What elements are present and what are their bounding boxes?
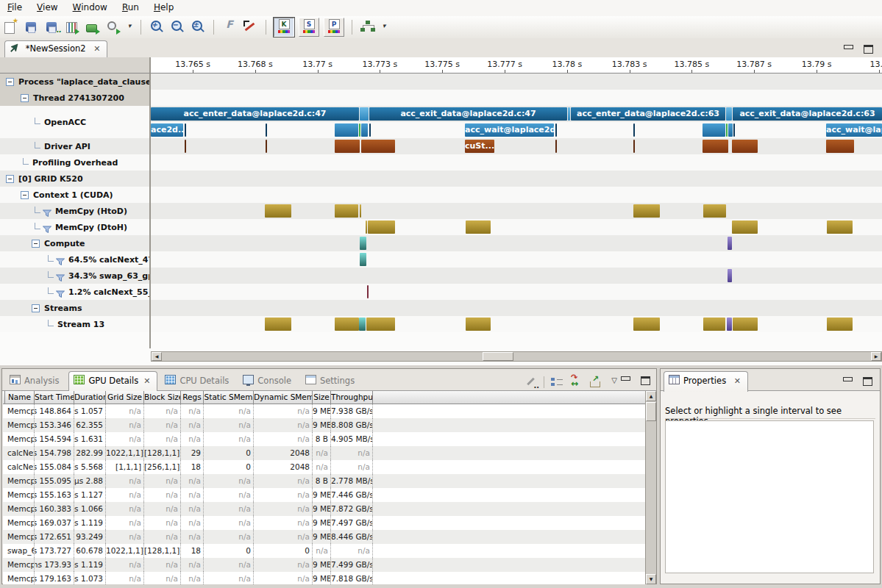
table-row[interactable]: Memcpy155.163 ms1.127 msn/an/an/an/an/a9… [3,488,646,502]
minimize-icon[interactable] [621,376,630,381]
stream-13-interval[interactable] [703,318,725,331]
table-row[interactable]: swap_63173.727 ms60.678 µs1022,1,1][128,… [3,544,646,558]
inspect-icon[interactable] [105,19,121,35]
openacc-enter-exit-interval[interactable]: acc_enter_data@laplace2d.c:63 [571,107,725,121]
column-header-block-size[interactable]: Block Size [144,391,181,404]
openacc-wait-interval[interactable] [359,123,360,137]
measure-ruler-icon[interactable]: F [221,19,238,35]
stream-13-interval[interactable] [366,318,395,331]
zoom-fit-icon[interactable]: ± [190,19,206,35]
caret-icon[interactable]: ▾ [380,19,388,35]
tree-row-0-grid-k520[interactable]: [0] GRID K520 [0,171,149,187]
memcpy-htod-interval[interactable] [335,204,358,218]
openacc-wait-interval[interactable] [703,123,725,137]
table-row[interactable]: Memcpy179.163 ms1.073 msn/an/an/an/an/a9… [3,572,646,584]
table-row[interactable]: Memcpy172.651 ms93.249 µsn/an/an/an/an/a… [3,530,646,544]
stream-13-interval[interactable] [733,318,758,331]
openacc-wait-interval[interactable]: acc_wait@lapl [826,123,882,137]
tab-console[interactable]: Console [238,372,298,390]
openacc-wait-interval[interactable] [728,123,733,137]
view-menu-icon[interactable]: ▽ [608,376,621,388]
kernel-calcnext-55-interval[interactable] [367,285,369,298]
column-header-start-time[interactable]: Start Time [35,391,74,404]
compute-interval[interactable] [728,237,732,250]
memcpy-htod-interval[interactable] [265,204,291,218]
scroll-down-icon[interactable]: ▼ [646,574,656,584]
kernel-calcnext-47-interval[interactable] [360,253,366,266]
kernel-swap-63-interval[interactable] [728,269,732,282]
table-row[interactable]: Memcpy155.095 ms2.88 µsn/an/an/an/an/a8 … [3,474,646,488]
stream-13-interval[interactable] [466,318,491,331]
tab-cpu-details[interactable]: CPU Details [160,372,235,390]
openacc-enter-exit-interval[interactable] [568,107,570,121]
caret-icon[interactable]: ▾ [126,19,133,35]
column-header-size[interactable]: Size [313,391,331,404]
vscroll-thumb[interactable] [646,402,656,421]
hscroll-thumb[interactable] [483,352,513,361]
tab-analysis[interactable]: Analysis [5,372,65,390]
table-row[interactable]: Memcpy173.93 ms1.119 msn/an/an/an/an/a9 … [3,558,646,572]
driver-api-interval[interactable] [361,140,395,153]
pencil-icon[interactable] [524,376,538,388]
memcpy-htod-interval[interactable] [633,204,660,218]
rename-icon[interactable] [85,19,101,35]
column-header-regs[interactable]: Regs [181,391,204,404]
stream-13-interval[interactable] [359,318,366,331]
column-header-throughput[interactable]: Throughput [331,391,373,404]
openacc-wait-interval[interactable] [335,123,358,137]
collapse-icon[interactable] [21,191,29,199]
openacc-enter-exit-interval[interactable] [726,107,732,121]
scroll-up-icon[interactable]: ▲ [646,391,656,401]
stream-13-interval[interactable] [335,318,359,331]
zoom-in-icon[interactable]: + [149,19,165,35]
reset-zoom-icon[interactable] [242,19,258,35]
save-all-icon[interactable]: … [43,19,60,35]
driver-api-interval[interactable] [555,140,557,153]
driver-api-interval[interactable] [732,140,758,153]
tree-row-64-5-calcnext-47[interactable]: 64.5% calcNext_47_... [0,251,149,268]
table-row[interactable]: Memcpy169.037 ms1.119 msn/an/an/an/an/a9… [3,516,646,530]
openacc-enter-exit-interval[interactable]: acc_exit_data@laplace2d.c:63 [733,107,882,121]
table-row[interactable]: Memcpy154.594 ms1.631 µsn/an/an/an/an/a8… [3,432,646,446]
openacc-enter-exit-interval[interactable]: acc_exit_data@laplace2d.c:47 [369,107,567,121]
compute-interval[interactable] [360,237,366,250]
table-row[interactable]: calcNext155.084 ms5.568 µs[1,1,1][256,1,… [3,460,646,474]
close-icon[interactable]: ✕ [734,376,741,386]
tree-row-driver-api[interactable]: Driver API [0,138,149,154]
collapse-icon[interactable] [21,94,29,102]
menu-file[interactable]: File [0,0,29,16]
save-icon[interactable] [23,19,39,35]
maximize-icon[interactable] [864,45,873,54]
process-colors-button[interactable]: P [324,18,344,37]
table-vscrollbar[interactable]: ▲ ▼ [645,391,656,584]
tree-row-memcpy-dtoh[interactable]: MemCpy (DtoH) [0,219,149,235]
column-header-static-smem[interactable]: Static SMem [204,391,254,404]
stream-13-interval[interactable] [265,318,291,331]
close-icon[interactable]: ✕ [93,44,100,54]
move-icon[interactable] [569,376,583,388]
openacc-wait-interval[interactable] [555,123,557,137]
analysis-view-icon[interactable] [360,19,376,35]
openacc-enter-exit-interval[interactable] [360,107,369,121]
tree-row-openacc[interactable]: OpenACC [0,106,149,138]
memcpy-dtoh-interval[interactable] [732,220,758,234]
openacc-wait-interval[interactable] [185,123,186,137]
menu-window[interactable]: Window [65,0,115,16]
tree-row-context-1-cuda[interactable]: Context 1 (CUDA) [0,187,149,203]
tree-row-1-2-calcnext-55-g[interactable]: 1.2% calcNext_55_g... [0,284,149,300]
tree-row-thread-2741307200[interactable]: Thread 2741307200 [0,90,149,106]
tab-gpu-details[interactable]: GPU Details✕ [68,371,157,392]
column-header-grid-size[interactable]: Grid Size [106,391,144,404]
menu-help[interactable]: Help [146,0,181,16]
table-row[interactable]: calcNext154.798 ms282.99 µs1022,1,1][128… [3,446,646,460]
stream-13-interval[interactable] [633,318,660,331]
openacc-wait-interval[interactable]: acc_wait@laplace2d.c... [465,123,554,137]
memcpy-htod-interval[interactable] [360,204,361,218]
tree-row-memcpy-htod[interactable]: MemCpy (HtoD) [0,203,149,219]
close-icon[interactable]: ✕ [143,376,150,386]
tree-row-34-3-swap-63-gpu[interactable]: 34.3% swap_63_gpu [0,268,149,284]
tree-row-stream-13[interactable]: Stream 13 [0,316,149,332]
driver-api-interval[interactable] [703,140,728,153]
column-header-dynamic-smem[interactable]: Dynamic SMem [254,391,313,404]
column-header-duration[interactable]: Duration [74,391,106,404]
